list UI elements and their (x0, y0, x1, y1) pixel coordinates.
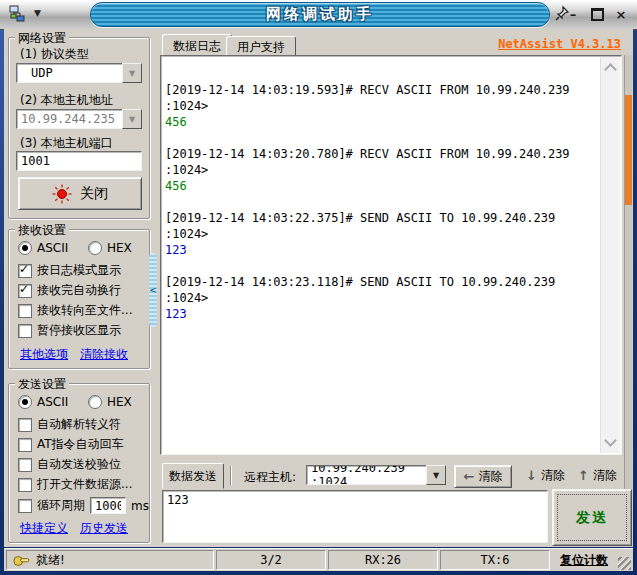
tab-label: 数据发送 (169, 468, 217, 485)
log-entry: [2019-12-14 14:03:23.118]# SEND ASCII TO… (165, 274, 599, 322)
button-label: 清除 (478, 468, 502, 485)
radio[interactable] (88, 395, 102, 409)
checkbox-label: 自动发送校验位 (37, 456, 121, 473)
send-button-label: 发送 (576, 509, 608, 527)
checkbox[interactable] (18, 438, 32, 452)
send-option-escape[interactable]: 自动解析转义符 (18, 416, 121, 433)
tab-label: 数据日志 (173, 38, 221, 55)
send-data-input[interactable]: 123 (162, 490, 548, 543)
protocol-label: (1) 协议类型 (20, 46, 89, 63)
recv-option-auto-newline[interactable]: 接收完自动换行 (18, 282, 121, 299)
other-options-link[interactable]: 其他选项 (20, 346, 68, 363)
title-pill: 网络调试助手 (90, 2, 550, 27)
send-option-at-enter[interactable]: AT指令自动回车 (18, 436, 124, 453)
checkbox-label: AT指令自动回车 (37, 436, 124, 453)
recv-option-pause-display[interactable]: 暂停接收区显示 (18, 322, 121, 339)
protocol-value: UDP (16, 63, 122, 83)
status-rx-counter: RX:26 (328, 550, 438, 570)
send-option-file-source[interactable]: 打开文件数据源... (18, 476, 132, 493)
checkbox[interactable] (18, 418, 32, 432)
version-link[interactable]: NetAssist V4.3.13 (498, 37, 621, 51)
reset-count-button[interactable]: 复位计数 (552, 552, 616, 569)
send-button[interactable]: 发送 (552, 489, 632, 546)
maximize-icon (591, 8, 604, 21)
rx-counter-value: RX:26 (365, 553, 401, 567)
log-scrollbar[interactable] (600, 57, 620, 453)
checkbox[interactable] (18, 284, 32, 298)
resize-grip[interactable] (618, 557, 631, 570)
scroll-up-icon[interactable] (604, 63, 617, 76)
tab-label: 用户支持 (237, 39, 285, 56)
client-area: 网络设置 (1) 协议类型 UDP ▼ (2) 本地主机地址 10.99.244… (4, 29, 633, 547)
cycle-period-input[interactable] (90, 497, 126, 514)
checkbox[interactable] (18, 324, 32, 338)
clear-receive-link[interactable]: 清除接收 (80, 346, 128, 363)
checkbox-label: 接收转向至文件... (37, 302, 132, 319)
scroll-thumb[interactable] (625, 95, 632, 205)
arrow-up-icon: ↑ (578, 468, 589, 483)
minimize-button[interactable]: – (565, 6, 581, 22)
send-option-checksum[interactable]: 自动发送校验位 (18, 456, 121, 473)
chevron-down-icon[interactable]: ▼ (122, 109, 142, 129)
checkbox-label: 循环周期 (37, 497, 85, 514)
chevron-down-icon[interactable]: ▼ (122, 63, 142, 83)
clear-send-button[interactable]: ← 清除 (454, 465, 512, 488)
host-address-select[interactable]: 10.99.244.235 ▼ (16, 109, 142, 129)
checkbox-label: 自动解析转义符 (37, 416, 121, 433)
quick-define-link[interactable]: 快捷定义 (20, 520, 68, 537)
protocol-select[interactable]: UDP ▼ (16, 63, 142, 83)
tab-data-send[interactable]: 数据发送 (162, 463, 224, 489)
checkbox[interactable] (18, 304, 32, 318)
remote-host-select[interactable]: 10.99.240.239 :1024 ▼ (306, 465, 446, 485)
remote-host-label: 远程主机: (244, 469, 296, 486)
checkbox[interactable] (18, 478, 32, 492)
pointing-hand-icon (13, 554, 30, 567)
history-send-link[interactable]: 历史发送 (80, 520, 128, 537)
log-entry: [2019-12-14 14:03:20.780]# RECV ASCII FR… (165, 146, 599, 194)
recv-option-log-mode[interactable]: 按日志模式显示 (18, 262, 121, 279)
maximize-button[interactable] (589, 6, 605, 22)
host-port-label: (3) 本地主机端口 (20, 135, 113, 152)
recv-ascii-radio[interactable]: ASCII (18, 241, 68, 255)
tx-counter-value: TX:6 (481, 553, 510, 567)
send-hex-radio[interactable]: HEX (88, 395, 132, 409)
checkbox-label: 按日志模式显示 (37, 262, 121, 279)
disconnect-button-label: 关闭 (80, 185, 108, 203)
arrow-left-icon: ← (464, 469, 475, 484)
checkbox[interactable] (18, 458, 32, 472)
arrow-down-icon: ↓ (526, 468, 537, 483)
checkbox[interactable] (18, 264, 32, 278)
checkbox-label: 打开文件数据源... (37, 476, 132, 493)
app-icon[interactable] (8, 5, 26, 23)
cycle-unit-label: ms (131, 499, 149, 513)
clear-send-area-button[interactable]: ↑ 清除 (578, 467, 617, 484)
chevron-down-icon[interactable]: ▼ (34, 8, 41, 18)
host-port-input[interactable] (16, 151, 142, 171)
receive-log-box[interactable]: [2019-12-14 14:03:19.593]# RECV ASCII FR… (160, 55, 622, 455)
radio[interactable] (18, 241, 32, 255)
side-scroll-strip[interactable] (624, 55, 632, 546)
send-ascii-radio[interactable]: ASCII (18, 395, 68, 409)
checkbox[interactable] (18, 499, 32, 513)
sidebar-collapse-handle[interactable]: < (149, 253, 157, 327)
title-bar[interactable]: ▼ 网络调试助手 – × (0, 0, 637, 30)
status-tx-counter: TX:6 (440, 550, 550, 570)
connection-status-icon (52, 184, 72, 204)
send-option-cycle[interactable]: 循环周期 ms (18, 497, 149, 514)
close-window-button[interactable]: × (613, 6, 629, 22)
scroll-down-icon[interactable] (604, 434, 617, 447)
disconnect-button[interactable]: 关闭 (18, 177, 142, 210)
log-body: 123 (165, 242, 599, 258)
app-window: ▼ 网络调试助手 – × 网络设置 (1) 协议类型 UDP ▼ (2) 本地主… (0, 0, 637, 575)
group-title: 网络设置 (15, 30, 69, 47)
group-title: 发送设置 (15, 376, 69, 393)
log-body: 456 (165, 178, 599, 194)
packet-counter-value: 3/2 (260, 553, 282, 567)
log-header: [2019-12-14 14:03:20.780]# RECV ASCII FR… (165, 146, 599, 178)
recv-hex-radio[interactable]: HEX (88, 241, 132, 255)
clear-receive-area-button[interactable]: ↓ 清除 (526, 467, 565, 484)
chevron-down-icon[interactable]: ▼ (426, 465, 446, 485)
radio[interactable] (18, 395, 32, 409)
recv-option-to-file[interactable]: 接收转向至文件... (18, 302, 132, 319)
radio[interactable] (88, 241, 102, 255)
